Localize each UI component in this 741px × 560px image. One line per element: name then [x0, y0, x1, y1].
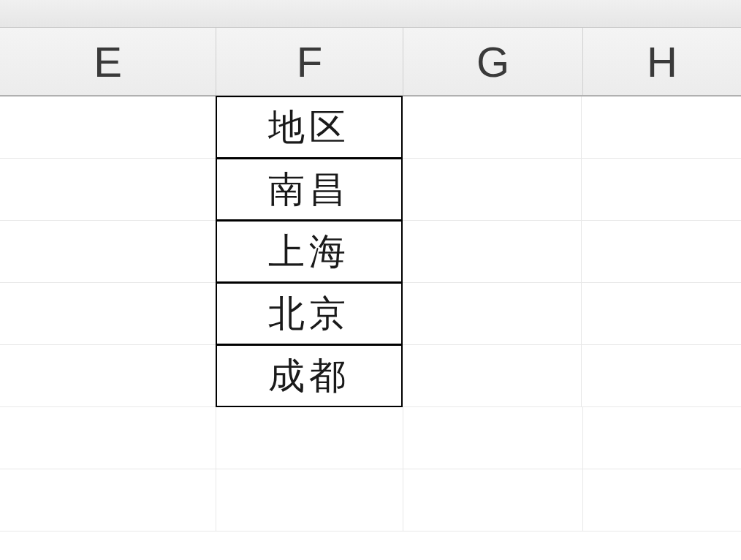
table-row: 上海 — [0, 221, 741, 283]
cell-h4[interactable] — [582, 283, 740, 344]
cell-g6[interactable] — [403, 407, 583, 469]
ribbon-bar — [0, 0, 741, 28]
cell-f3[interactable]: 上海 — [216, 220, 403, 283]
cell-e7[interactable] — [0, 469, 216, 531]
cell-f2[interactable]: 南昌 — [216, 158, 403, 221]
cell-h3[interactable] — [582, 221, 740, 282]
cell-e6[interactable] — [0, 407, 216, 469]
cell-g5[interactable] — [402, 345, 582, 406]
column-header-h[interactable]: H — [583, 28, 741, 95]
column-header-e[interactable]: E — [0, 28, 216, 95]
cell-g3[interactable] — [402, 221, 582, 282]
spreadsheet-container: E F G H 地区 南昌 上海 北京 成都 — [0, 0, 741, 560]
cell-h6[interactable] — [583, 407, 741, 469]
cell-g1[interactable] — [402, 97, 582, 158]
cell-e2[interactable] — [0, 159, 216, 220]
table-row — [0, 407, 741, 469]
cell-e3[interactable] — [0, 221, 216, 282]
cell-h5[interactable] — [582, 345, 740, 406]
cell-f4[interactable]: 北京 — [216, 282, 403, 345]
cell-g7[interactable] — [403, 469, 583, 531]
table-row — [0, 469, 741, 531]
cell-h1[interactable] — [582, 97, 740, 158]
table-row: 南昌 — [0, 159, 741, 221]
cell-f6[interactable] — [216, 407, 403, 469]
cell-h7[interactable] — [583, 469, 741, 531]
cell-e1[interactable] — [0, 97, 216, 158]
cell-f1[interactable]: 地区 — [216, 96, 403, 159]
cell-f5[interactable]: 成都 — [216, 344, 403, 407]
cell-g2[interactable] — [402, 159, 582, 220]
column-header-row: E F G H — [0, 28, 741, 97]
cell-e5[interactable] — [0, 345, 216, 406]
cell-g4[interactable] — [402, 283, 582, 344]
column-header-f[interactable]: F — [216, 28, 403, 95]
table-row: 成都 — [0, 345, 741, 407]
column-header-g[interactable]: G — [403, 28, 583, 95]
cell-e4[interactable] — [0, 283, 216, 344]
cell-h2[interactable] — [582, 159, 740, 220]
table-row: 北京 — [0, 283, 741, 345]
cell-f7[interactable] — [216, 469, 403, 531]
table-row: 地区 — [0, 97, 741, 159]
